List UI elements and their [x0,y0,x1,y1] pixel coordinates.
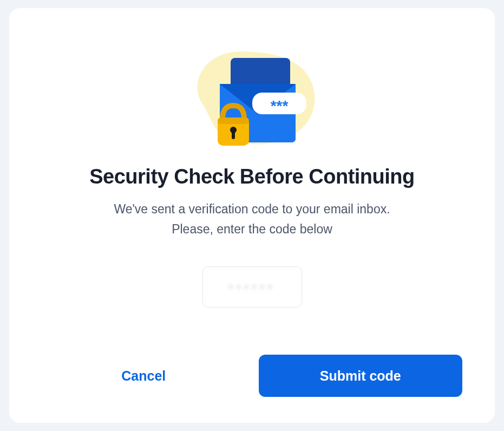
subheading-line-1: We've sent a verification code to your e… [114,202,390,216]
subheading: We've sent a verification code to your e… [114,199,390,239]
submit-code-button[interactable]: Submit code [259,355,463,397]
heading: Security Check Before Continuing [89,165,415,188]
secure-email-illustration: *** [171,35,333,154]
subheading-line-2: Please, enter the code below [172,222,332,236]
svg-rect-6 [232,132,235,139]
verification-code-input[interactable] [202,266,302,308]
svg-rect-4 [218,117,249,124]
security-check-card: *** Security Check Before Continuing We'… [9,8,495,423]
button-row: Cancel Submit code [42,355,462,397]
svg-text:***: *** [270,97,288,114]
cancel-button[interactable]: Cancel [42,355,246,397]
